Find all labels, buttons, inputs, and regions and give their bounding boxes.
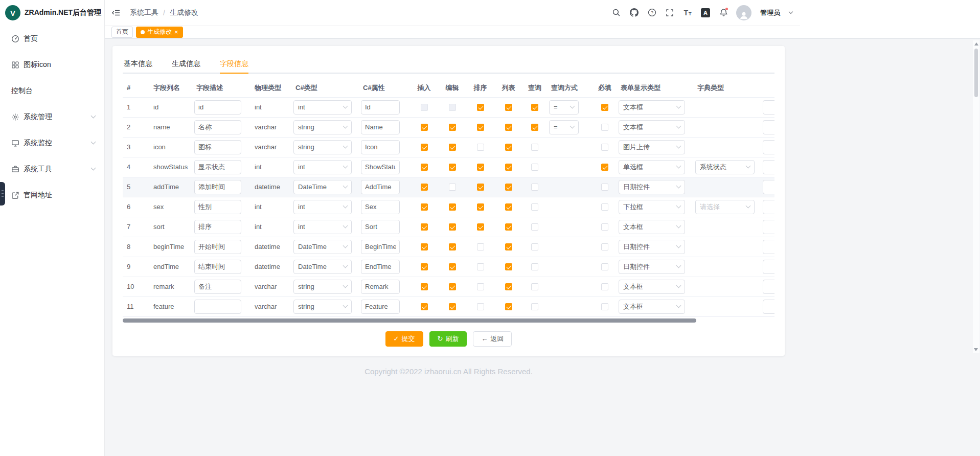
csharp-prop-input[interactable] — [361, 140, 400, 154]
display-type-select[interactable]: 文本框 — [619, 220, 685, 234]
sort-checkbox[interactable] — [477, 144, 484, 151]
query-checkbox[interactable] — [531, 303, 538, 310]
sort-checkbox[interactable] — [477, 104, 484, 111]
csharp-type-select[interactable]: int — [293, 100, 352, 115]
query-checkbox[interactable] — [531, 124, 538, 131]
edit-checkbox[interactable] — [449, 124, 456, 131]
insert-checkbox[interactable] — [421, 263, 428, 270]
required-checkbox[interactable] — [601, 124, 608, 131]
insert-checkbox[interactable] — [421, 203, 428, 211]
insert-checkbox[interactable] — [421, 144, 428, 151]
close-icon[interactable]: × — [174, 29, 178, 35]
dict-type-select[interactable]: 请选择 — [695, 200, 755, 214]
list-checkbox[interactable] — [505, 203, 512, 211]
list-checkbox[interactable] — [505, 263, 512, 270]
csharp-prop-input[interactable] — [361, 100, 400, 115]
overflow-input[interactable] — [763, 220, 774, 234]
list-checkbox[interactable] — [505, 283, 512, 290]
overflow-input[interactable] — [763, 240, 774, 254]
csharp-prop-input[interactable] — [361, 240, 400, 254]
language-icon[interactable]: A — [700, 8, 711, 18]
required-checkbox[interactable] — [601, 104, 608, 111]
tab-field-info[interactable]: 字段信息 — [210, 54, 258, 73]
tab-gen-info[interactable]: 生成信息 — [162, 54, 210, 73]
required-checkbox[interactable] — [601, 203, 608, 211]
edit-checkbox[interactable] — [449, 203, 456, 211]
field-desc-input[interactable] — [194, 180, 241, 194]
sidebar-item-website[interactable]: 官网地址 — [0, 182, 104, 208]
csharp-type-select[interactable]: string — [293, 300, 352, 314]
sort-checkbox[interactable] — [477, 243, 484, 250]
user-name[interactable]: 管理员 — [760, 8, 780, 17]
overflow-input[interactable] — [763, 200, 774, 214]
overflow-input[interactable] — [763, 120, 774, 134]
query-checkbox[interactable] — [531, 203, 538, 211]
overflow-input[interactable] — [763, 160, 774, 174]
submit-button[interactable]: ✓提交 — [385, 331, 423, 347]
query-method-select[interactable]: = — [549, 100, 579, 115]
field-desc-input[interactable] — [194, 260, 241, 274]
breadcrumb-item[interactable]: 系统工具 — [130, 8, 158, 17]
csharp-prop-input[interactable] — [361, 300, 400, 314]
sort-checkbox[interactable] — [477, 263, 484, 270]
display-type-select[interactable]: 日期控件 — [619, 240, 685, 254]
sort-checkbox[interactable] — [477, 164, 484, 171]
csharp-prop-input[interactable] — [361, 260, 400, 274]
csharp-type-select[interactable]: DateTime — [293, 260, 352, 274]
csharp-type-select[interactable]: DateTime — [293, 240, 352, 254]
csharp-prop-input[interactable] — [361, 280, 400, 294]
required-checkbox[interactable] — [601, 164, 608, 171]
horizontal-scrollbar-thumb[interactable] — [123, 318, 696, 323]
field-desc-input[interactable] — [194, 120, 241, 134]
sidebar-item-system-tools[interactable]: 系统工具 — [0, 156, 104, 182]
required-checkbox[interactable] — [601, 223, 608, 231]
help-icon[interactable]: ? — [647, 8, 657, 18]
overflow-input[interactable] — [763, 100, 774, 115]
scroll-up-arrow[interactable] — [974, 42, 978, 45]
overflow-input[interactable] — [763, 300, 774, 314]
query-checkbox[interactable] — [531, 184, 538, 191]
list-checkbox[interactable] — [505, 243, 512, 250]
edit-checkbox[interactable] — [449, 283, 456, 290]
field-desc-input[interactable] — [194, 200, 241, 214]
csharp-prop-input[interactable] — [361, 220, 400, 234]
dict-type-select[interactable]: 系统状态 — [695, 160, 755, 174]
breadcrumb-item[interactable]: 生成修改 — [170, 8, 198, 17]
query-checkbox[interactable] — [531, 164, 538, 171]
display-type-select[interactable]: 日期控件 — [619, 260, 685, 274]
edit-checkbox[interactable] — [449, 223, 456, 231]
insert-checkbox[interactable] — [421, 243, 428, 250]
list-checkbox[interactable] — [505, 223, 512, 231]
query-checkbox[interactable] — [531, 283, 538, 290]
edit-checkbox[interactable] — [449, 263, 456, 270]
sidebar-item-home[interactable]: 首页 — [0, 26, 104, 52]
edit-checkbox[interactable] — [449, 164, 456, 171]
list-checkbox[interactable] — [505, 164, 512, 171]
sidebar-item-system-monitor[interactable]: 系统监控 — [0, 130, 104, 156]
csharp-type-select[interactable]: DateTime — [293, 180, 352, 194]
csharp-type-select[interactable]: string — [293, 280, 352, 294]
field-desc-input[interactable] — [194, 280, 241, 294]
fullscreen-icon[interactable] — [665, 8, 675, 18]
csharp-type-select[interactable]: int — [293, 220, 352, 234]
list-checkbox[interactable] — [505, 104, 512, 111]
required-checkbox[interactable] — [601, 144, 608, 151]
sort-checkbox[interactable] — [477, 184, 484, 191]
sort-checkbox[interactable] — [477, 303, 484, 310]
display-type-select[interactable]: 文本框 — [619, 120, 685, 134]
sort-checkbox[interactable] — [477, 203, 484, 211]
sidebar-item-icons[interactable]: 图标icon — [0, 52, 104, 78]
back-button[interactable]: ←返回 — [473, 331, 512, 347]
list-checkbox[interactable] — [505, 184, 512, 191]
overflow-input[interactable] — [763, 280, 774, 294]
overflow-input[interactable] — [763, 260, 774, 274]
field-desc-input[interactable] — [194, 100, 241, 115]
csharp-type-select[interactable]: int — [293, 160, 352, 174]
field-desc-input[interactable] — [194, 240, 241, 254]
edit-checkbox[interactable] — [449, 243, 456, 250]
display-type-select[interactable]: 文本框 — [619, 100, 685, 115]
query-method-select[interactable]: = — [549, 120, 579, 134]
sort-checkbox[interactable] — [477, 124, 484, 131]
csharp-type-select[interactable]: int — [293, 200, 352, 214]
query-checkbox[interactable] — [531, 263, 538, 270]
